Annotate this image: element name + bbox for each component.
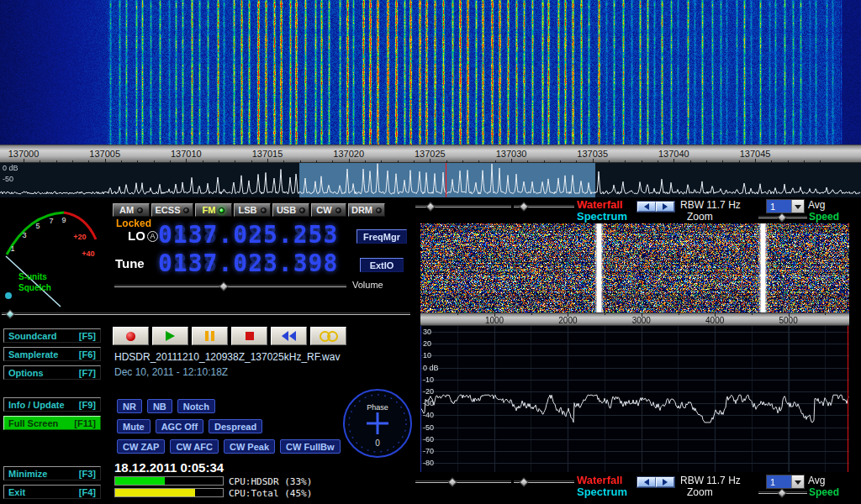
zoom-left-arrow[interactable] xyxy=(637,202,656,212)
pause-button[interactable] xyxy=(192,327,228,345)
volume-slider-handle[interactable] xyxy=(219,281,228,291)
mode-led-icon xyxy=(376,207,382,213)
sidebar-button-options[interactable]: Options[F7] xyxy=(3,365,101,380)
mode-led-icon xyxy=(137,207,143,213)
main-waterfall-display[interactable] xyxy=(0,0,861,144)
speed-label: Speed xyxy=(809,212,839,223)
sidebar-button-label: Minimize xyxy=(8,469,47,479)
play-button[interactable] xyxy=(152,327,188,345)
main-spectrum-display[interactable]: 0 dB -50 xyxy=(0,163,861,197)
loop-icon xyxy=(320,331,338,342)
mode-button-label: LSB xyxy=(239,205,257,215)
play-icon xyxy=(166,331,175,341)
speed-slider[interactable] xyxy=(758,212,807,223)
left-arrow-icon xyxy=(644,479,649,486)
freq-ruler-label: 137020 xyxy=(322,149,376,159)
sidebar-button-samplerate[interactable]: Samplerate[F6] xyxy=(3,347,101,361)
dropdown-arrow-icon[interactable] xyxy=(791,475,804,488)
stop-icon xyxy=(246,332,254,340)
dsp-button-nr[interactable]: NR xyxy=(117,399,142,413)
sidebar-button-full-screen[interactable]: Full Screen[F11] xyxy=(3,416,101,430)
mode-button-cw[interactable]: CW xyxy=(311,203,346,217)
spectrum-toggle[interactable]: Spectrum xyxy=(577,211,627,223)
zoom-right-arrow[interactable] xyxy=(656,477,674,487)
sidebar-button-minimize[interactable]: Minimize[F3] xyxy=(3,466,101,480)
slider-handle[interactable] xyxy=(777,488,786,497)
zoom-label: Zoom xyxy=(687,212,713,223)
freqmgr-button[interactable]: FreqMgr xyxy=(357,229,407,244)
record-button[interactable] xyxy=(113,327,149,345)
dsp-button-cw-peak[interactable]: CW Peak xyxy=(224,439,275,454)
rf-minor-tick xyxy=(457,313,458,315)
af-waterfall-contrast-slider[interactable] xyxy=(514,476,574,487)
sidebar-button-info-update[interactable]: Info / Update[F9] xyxy=(3,397,101,412)
dsp-button-agc-off[interactable]: AGC Off xyxy=(156,419,203,433)
sidebar-button-fkey: [F11] xyxy=(74,418,96,428)
s-meter-scale-1: 1 xyxy=(10,244,14,253)
dsp-button-despread[interactable]: Despread xyxy=(209,419,262,433)
sidebar-button-fkey: [F5] xyxy=(79,331,96,341)
slider-handle[interactable] xyxy=(447,477,457,486)
rf-minor-tick xyxy=(752,313,753,315)
mode-button-usb[interactable]: USB xyxy=(272,203,309,217)
mode-button-label: ECSS xyxy=(156,205,181,215)
mode-button-label: AM xyxy=(119,205,134,215)
lo-frequency-display[interactable]: 8888.888.888 0137.025.253 xyxy=(158,223,338,247)
mode-button-drm[interactable]: DRM xyxy=(348,203,385,217)
dsp-button-cw-fullbw[interactable]: CW FullBw xyxy=(280,439,340,454)
rf-waterfall-brightness-slider[interactable] xyxy=(415,201,511,212)
dsp-button-cw-afc[interactable]: CW AFC xyxy=(170,439,219,454)
dsp-button-nb[interactable]: NB xyxy=(147,399,172,413)
spectrum-toggle-bottom[interactable]: Spectrum xyxy=(577,486,627,499)
recording-filename: HDSDR_20111210_120938Z_137025kHz_RF.wav xyxy=(114,352,340,364)
rewind-button[interactable] xyxy=(271,327,307,345)
mode-led-icon xyxy=(335,207,341,213)
record-icon xyxy=(126,332,135,341)
sidebar-button-soundcard[interactable]: Soundcard[F5] xyxy=(3,328,101,343)
tune-label: Tune xyxy=(115,256,145,270)
dsp-button-cw-zap[interactable]: CW ZAP xyxy=(117,439,165,454)
squelch-slider-groove xyxy=(2,312,410,315)
s-meter-scale-7: 7 xyxy=(49,217,53,225)
sidebar-button-exit[interactable]: Exit[F4] xyxy=(3,485,101,499)
rf-spectrum-display[interactable] xyxy=(420,326,849,472)
spectrum-db-label-0: 0 dB xyxy=(3,164,18,172)
right-arrow-icon xyxy=(663,479,668,486)
stop-button[interactable] xyxy=(231,327,267,345)
dsp-button-mute[interactable]: Mute xyxy=(117,419,151,433)
speed-slider-bottom[interactable] xyxy=(758,487,807,498)
main-spectrum-canvas[interactable] xyxy=(0,163,861,197)
mode-button-lsb[interactable]: LSB xyxy=(234,203,271,217)
zoom-right-arrow[interactable] xyxy=(656,202,674,212)
zoom-scroll-control-bottom xyxy=(637,476,675,488)
squelch-slider[interactable] xyxy=(2,309,410,319)
loop-button[interactable] xyxy=(310,327,346,345)
squelch-slider-handle[interactable] xyxy=(5,309,14,318)
af-waterfall-brightness-slider[interactable] xyxy=(415,476,511,487)
slider-handle[interactable] xyxy=(425,202,435,211)
mode-button-am[interactable]: AM xyxy=(113,203,150,217)
dsp-row-3: CW ZAPCW AFCCW PeakCW FullBw xyxy=(117,439,341,454)
dsp-button-notch[interactable]: Notch xyxy=(177,399,215,413)
sidebar-button-fkey: [F3] xyxy=(79,469,96,479)
rf-frequency-scale[interactable]: 10002000300040005000 xyxy=(420,312,849,326)
s-meter[interactable]: 1 3 5 7 9 +20 +40 S-units Squelch xyxy=(2,201,108,308)
s-meter-scale-5: 5 xyxy=(35,222,40,230)
mode-led-icon xyxy=(219,207,224,213)
dropdown-arrow-icon[interactable] xyxy=(791,200,804,213)
mode-button-ecss[interactable]: ECSS xyxy=(151,203,193,217)
extio-button[interactable]: ExtIO xyxy=(360,258,404,272)
slider-handle[interactable] xyxy=(777,213,786,222)
pause-icon xyxy=(205,331,214,341)
left-arrow-icon xyxy=(644,203,649,210)
slider-handle[interactable] xyxy=(519,477,528,486)
frequency-ruler[interactable]: 1370001370051370101370151370201370251370… xyxy=(0,144,861,163)
rf-waterfall-display[interactable] xyxy=(420,223,849,312)
volume-slider[interactable] xyxy=(114,281,346,291)
dsp-row-2: MuteAGC OffDespread xyxy=(117,419,262,433)
mode-button-fm[interactable]: FM xyxy=(195,203,232,217)
zoom-left-arrow[interactable] xyxy=(637,477,656,487)
tune-frequency-display[interactable]: 8888.888.888 0137.023.398 xyxy=(158,252,338,276)
slider-handle[interactable] xyxy=(519,202,528,211)
rf-waterfall-contrast-slider[interactable] xyxy=(514,201,574,212)
